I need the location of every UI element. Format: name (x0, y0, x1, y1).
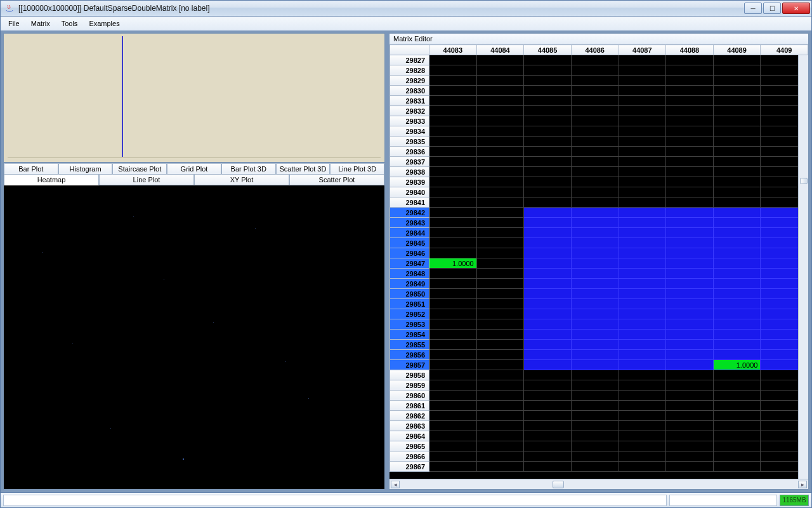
matrix-cell[interactable] (476, 197, 524, 208)
matrix-cell[interactable] (429, 441, 477, 451)
matrix-cell[interactable] (619, 421, 666, 431)
row-header[interactable]: 29838 (390, 167, 429, 177)
matrix-cell[interactable] (666, 401, 714, 411)
matrix-cell[interactable] (666, 147, 714, 157)
tab-staircase-plot[interactable]: Staircase Plot (112, 164, 167, 175)
matrix-cell[interactable] (476, 228, 524, 238)
matrix-cell[interactable] (524, 462, 572, 472)
row-header[interactable]: 29844 (390, 228, 429, 238)
col-header[interactable]: 44088 (666, 45, 714, 55)
matrix-cell[interactable] (524, 309, 572, 319)
matrix-cell[interactable] (666, 238, 714, 248)
matrix-cell[interactable] (666, 106, 714, 116)
matrix-cell[interactable] (476, 330, 524, 340)
matrix-cell[interactable] (429, 137, 477, 147)
row-header[interactable]: 29839 (390, 177, 429, 187)
matrix-cell[interactable] (666, 86, 714, 96)
matrix-cell[interactable] (524, 441, 572, 451)
matrix-cell[interactable] (524, 401, 572, 411)
matrix-cell[interactable] (571, 421, 619, 431)
matrix-cell[interactable] (429, 116, 477, 126)
matrix-cell[interactable] (619, 401, 666, 411)
row-header[interactable]: 29831 (390, 96, 429, 106)
matrix-cell[interactable] (429, 126, 477, 137)
matrix-cell[interactable] (524, 116, 572, 126)
matrix-cell[interactable] (713, 177, 761, 187)
matrix-cell[interactable] (571, 86, 619, 96)
matrix-cell[interactable] (619, 370, 666, 380)
matrix-cell[interactable] (524, 208, 572, 218)
matrix-cell[interactable] (619, 65, 666, 76)
matrix-cell[interactable] (429, 421, 477, 431)
matrix-cell[interactable] (666, 360, 714, 370)
matrix-cell[interactable] (476, 167, 524, 177)
matrix-cell[interactable] (476, 360, 524, 370)
matrix-cell[interactable] (429, 370, 477, 380)
matrix-cell[interactable] (476, 421, 524, 431)
matrix-cell[interactable] (429, 319, 477, 330)
matrix-cell[interactable] (571, 147, 619, 157)
row-header[interactable]: 29858 (390, 370, 429, 380)
matrix-cell[interactable] (571, 137, 619, 147)
matrix-cell[interactable] (713, 451, 761, 462)
matrix-cell[interactable] (619, 330, 666, 340)
matrix-cell[interactable] (713, 106, 761, 116)
matrix-cell[interactable] (476, 238, 524, 248)
matrix-cell[interactable] (429, 269, 477, 279)
matrix-cell[interactable] (713, 401, 761, 411)
col-header[interactable]: 44089 (713, 45, 761, 55)
matrix-cell[interactable] (713, 269, 761, 279)
matrix-cell[interactable] (619, 360, 666, 370)
matrix-cell[interactable] (571, 350, 619, 360)
matrix-cell[interactable] (429, 360, 477, 370)
row-header[interactable]: 29850 (390, 289, 429, 299)
matrix-cell[interactable] (429, 279, 477, 289)
matrix-cell[interactable] (476, 86, 524, 96)
col-header[interactable]: 44087 (619, 45, 666, 55)
matrix-cell[interactable] (476, 208, 524, 218)
matrix-cell[interactable] (476, 258, 524, 269)
row-header[interactable]: 29867 (390, 462, 429, 472)
matrix-cell[interactable] (524, 228, 572, 238)
matrix-cell[interactable] (619, 289, 666, 299)
tab-line-plot-3d[interactable]: Line Plot 3D (330, 164, 384, 175)
memory-indicator[interactable]: 1165MB (780, 495, 809, 506)
col-header[interactable]: 44083 (429, 45, 477, 55)
matrix-cell[interactable] (571, 391, 619, 401)
matrix-cell[interactable] (619, 411, 666, 421)
tab-histogram[interactable]: Histogram (58, 164, 113, 175)
matrix-cell[interactable] (476, 401, 524, 411)
row-header[interactable]: 29859 (390, 380, 429, 391)
matrix-cell[interactable] (666, 258, 714, 269)
matrix-cell[interactable] (619, 248, 666, 258)
matrix-cell[interactable] (666, 279, 714, 289)
matrix-cell[interactable] (476, 218, 524, 228)
matrix-cell[interactable] (666, 391, 714, 401)
tab-line-plot[interactable]: Line Plot (99, 175, 194, 185)
matrix-cell[interactable] (713, 370, 761, 380)
matrix-cell[interactable] (666, 421, 714, 431)
matrix-cell[interactable] (619, 269, 666, 279)
matrix-cell[interactable] (619, 126, 666, 137)
matrix-cell[interactable] (666, 309, 714, 319)
matrix-cell[interactable] (571, 451, 619, 462)
matrix-cell[interactable] (429, 401, 477, 411)
matrix-cell[interactable] (619, 299, 666, 309)
row-header[interactable]: 29832 (390, 106, 429, 116)
matrix-cell[interactable] (476, 76, 524, 86)
matrix-cell[interactable] (524, 55, 572, 65)
matrix-cell[interactable] (666, 370, 714, 380)
matrix-cell[interactable] (571, 218, 619, 228)
matrix-cell[interactable] (619, 441, 666, 451)
horizontal-scrollbar-thumb[interactable] (553, 481, 564, 488)
matrix-cell[interactable] (713, 96, 761, 106)
matrix-cell[interactable] (713, 319, 761, 330)
matrix-cell[interactable] (524, 431, 572, 441)
minimize-button[interactable]: ─ (744, 3, 762, 14)
matrix-cell[interactable] (476, 350, 524, 360)
matrix-cell[interactable] (619, 167, 666, 177)
matrix-cell[interactable] (666, 167, 714, 177)
matrix-cell[interactable] (429, 391, 477, 401)
matrix-cell[interactable] (429, 309, 477, 319)
matrix-cell[interactable] (666, 55, 714, 65)
